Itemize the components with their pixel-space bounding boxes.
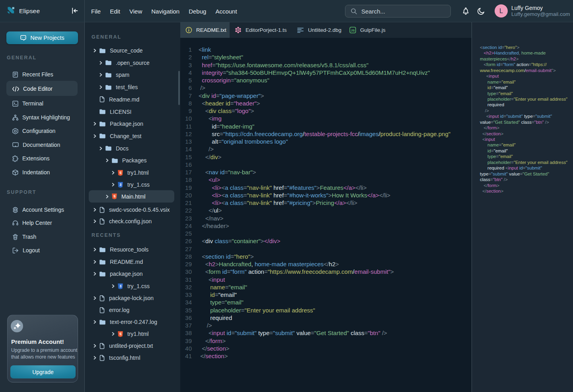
svg-text:5: 5 bbox=[119, 332, 121, 336]
svg-text:5: 5 bbox=[113, 194, 115, 198]
svg-text:5: 5 bbox=[119, 171, 121, 175]
svg-text:JS: JS bbox=[351, 29, 355, 32]
svg-text:3: 3 bbox=[119, 183, 121, 187]
svg-text:3: 3 bbox=[119, 284, 121, 288]
